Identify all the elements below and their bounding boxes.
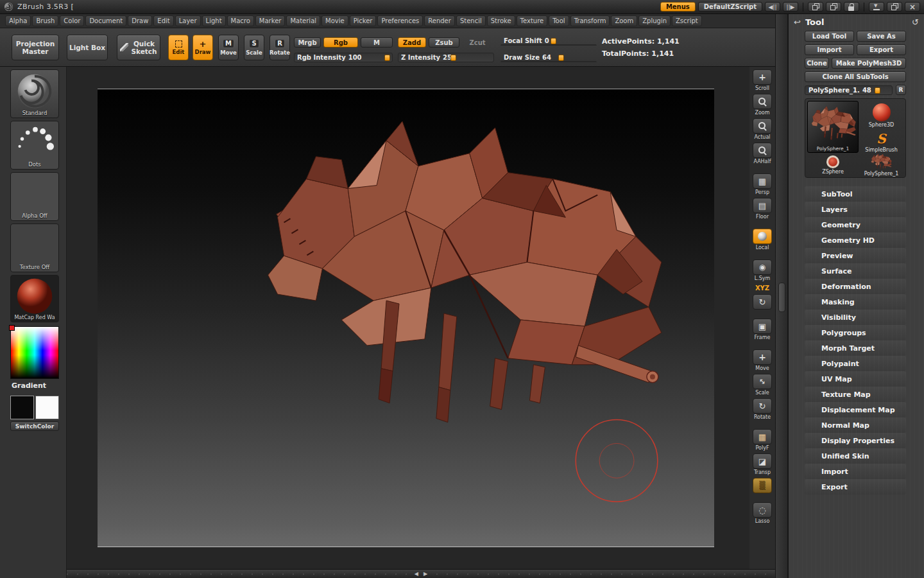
current-alpha-thumbnail[interactable]: Alpha Off	[10, 172, 59, 221]
tool-subpalette-row[interactable]: Geometry	[805, 217, 906, 232]
rgb-intensity-slider[interactable]: Rgb Intensity 100	[294, 53, 393, 62]
slider-handle[interactable]	[558, 55, 564, 61]
restore-icon[interactable]	[887, 2, 902, 12]
tool-subpalette-row[interactable]: Morph Target	[805, 340, 906, 356]
z-intensity-slider[interactable]: Z Intensity 25	[398, 53, 494, 62]
tool-subpalette-row[interactable]: Polygroups	[805, 325, 906, 340]
divider-scroll-thumb[interactable]	[778, 283, 785, 312]
current-texture-thumbnail[interactable]: Texture Off	[10, 223, 59, 272]
palette-refresh-icon[interactable]: ↺	[912, 17, 919, 27]
secondary-color-swatch[interactable]	[35, 396, 59, 419]
zsub-button[interactable]: Zsub	[429, 37, 459, 48]
shelf-button[interactable]: Zoom	[753, 94, 772, 116]
minimize-icon[interactable]	[869, 2, 884, 12]
main-color-swatch[interactable]	[10, 396, 34, 419]
menu-item[interactable]: Texture	[517, 15, 548, 26]
menu-item[interactable]: Stencil	[456, 15, 486, 26]
tool-palette-item[interactable]: Sphere3D	[859, 101, 903, 130]
clone-button[interactable]: Clone	[805, 58, 829, 69]
menu-item[interactable]: Color	[60, 15, 84, 26]
shelf-button[interactable]: Transp	[753, 453, 772, 475]
shelf-button[interactable]: Scale	[753, 374, 772, 396]
shelf-button[interactable]: Rotate	[753, 398, 772, 420]
shelf-button[interactable]: L.Sym	[753, 259, 772, 281]
tool-palette-item[interactable]: PolySphere_1	[859, 153, 903, 177]
mrgb-button[interactable]: Mrgb	[294, 37, 321, 48]
slider-handle[interactable]	[450, 55, 456, 61]
edit-button[interactable]: Edit	[168, 35, 189, 60]
tool-subpalette-row[interactable]: UV Map	[805, 371, 906, 387]
menu-item[interactable]: Alpha	[5, 15, 31, 26]
light-box-button[interactable]: Light Box	[67, 35, 108, 60]
shelf-button[interactable]: Move	[753, 349, 772, 371]
scale-button[interactable]: S Scale	[244, 35, 264, 60]
shelf-button[interactable]: Lasso	[753, 502, 772, 524]
scroll-right-icon[interactable]: ||▶	[783, 2, 798, 12]
slider-handle[interactable]	[551, 38, 556, 44]
tool-subpalette-row[interactable]: Geometry HD	[805, 232, 906, 248]
menu-item[interactable]: Transform	[570, 15, 610, 26]
menu-item[interactable]: Macro	[227, 15, 254, 26]
default-zscript-button[interactable]: DefaultZScript	[698, 2, 762, 12]
tool-subpalette-row[interactable]: Layers	[805, 202, 906, 217]
menu-item[interactable]: Zplugin	[638, 15, 671, 26]
quick-sketch-button[interactable]: Quick Sketch	[117, 35, 160, 60]
menu-item[interactable]: Marker	[255, 15, 286, 26]
make-polymesh3d-button[interactable]: Make PolyMesh3D	[832, 58, 906, 69]
layout-next-icon[interactable]	[826, 2, 841, 12]
lock-icon[interactable]	[844, 2, 859, 12]
save-as-button[interactable]: Save As	[857, 31, 906, 42]
tool-subpalette-row[interactable]: Masking	[805, 294, 906, 310]
shelf-button[interactable]: PolyF	[753, 429, 772, 451]
shelf-button[interactable]: Scroll	[753, 69, 772, 91]
tool-subpalette-row[interactable]: Unified Skin	[805, 448, 906, 464]
menu-item[interactable]: Render	[424, 15, 455, 26]
active-tool-thumbnail[interactable]: PolySphere_1	[807, 101, 859, 153]
menu-item[interactable]: Movie	[321, 15, 348, 26]
menu-item[interactable]: Edit	[153, 15, 173, 26]
rotate-button[interactable]: R Rotate	[270, 35, 290, 60]
slider-handle[interactable]	[875, 87, 880, 94]
focal-shift-slider[interactable]: Focal Shift 0	[501, 36, 597, 46]
export-button[interactable]: Export	[857, 44, 906, 55]
menu-item[interactable]: Stroke	[487, 15, 515, 26]
tool-subpalette-row[interactable]: Display Properties	[805, 433, 906, 448]
shelf-button[interactable]: Floor	[753, 198, 772, 220]
m-button[interactable]: M	[361, 37, 393, 48]
tool-subpalette-row[interactable]: Polypaint	[805, 356, 906, 371]
shelf-button[interactable]: Local	[753, 229, 772, 250]
tool-subpalette-row[interactable]: SubTool	[805, 186, 906, 202]
shelf-button[interactable]: Persp	[753, 173, 772, 195]
panel-divider-strip[interactable]	[775, 14, 788, 578]
sculpt-canvas[interactable]	[98, 89, 714, 547]
menu-item[interactable]: Zoom	[611, 15, 637, 26]
color-picker[interactable]	[10, 326, 59, 379]
menu-item[interactable]: Picker	[350, 15, 377, 26]
rgb-button[interactable]: Rgb	[323, 37, 358, 48]
tool-subpalette-row[interactable]: Normal Map	[805, 417, 906, 433]
menu-item[interactable]: Light	[202, 15, 226, 26]
menu-item[interactable]: Tool	[549, 15, 569, 26]
tool-subpalette-row[interactable]: Export	[805, 479, 906, 495]
import-button[interactable]: Import	[805, 44, 854, 55]
r-button[interactable]: R	[896, 85, 906, 95]
menu-item[interactable]: Zscript	[672, 15, 702, 26]
shelf-button[interactable]: XYZ	[755, 284, 769, 292]
shelf-button[interactable]: Actual	[753, 118, 772, 140]
menu-item[interactable]: Layer	[175, 15, 201, 26]
draw-size-slider[interactable]: Draw Size 64	[501, 53, 597, 62]
color-picker-cursor[interactable]	[9, 325, 15, 331]
load-tool-button[interactable]: Load Tool	[805, 31, 854, 42]
menu-item[interactable]: Document	[85, 15, 126, 26]
current-material-thumbnail[interactable]: MatCap Red Wa	[10, 275, 59, 322]
tool-subpalette-row[interactable]: Preview	[805, 248, 906, 263]
current-stroke-thumbnail[interactable]: Dots	[10, 121, 59, 170]
zcut-button[interactable]: Zcut	[462, 37, 493, 48]
clone-all-subtools-button[interactable]: Clone All SubTools	[805, 71, 906, 82]
tool-subpalette-row[interactable]: Deformation	[805, 279, 906, 294]
shelf-button[interactable]	[753, 294, 772, 310]
tool-scale-slider[interactable]: PolySphere_1. 48	[805, 85, 893, 95]
tool-palette-item[interactable]: SimpleBrush	[859, 131, 903, 153]
tool-palette-item[interactable]: ZSphere	[807, 153, 859, 177]
bottom-scrollbar[interactable]: ◀ ▶	[67, 569, 775, 578]
